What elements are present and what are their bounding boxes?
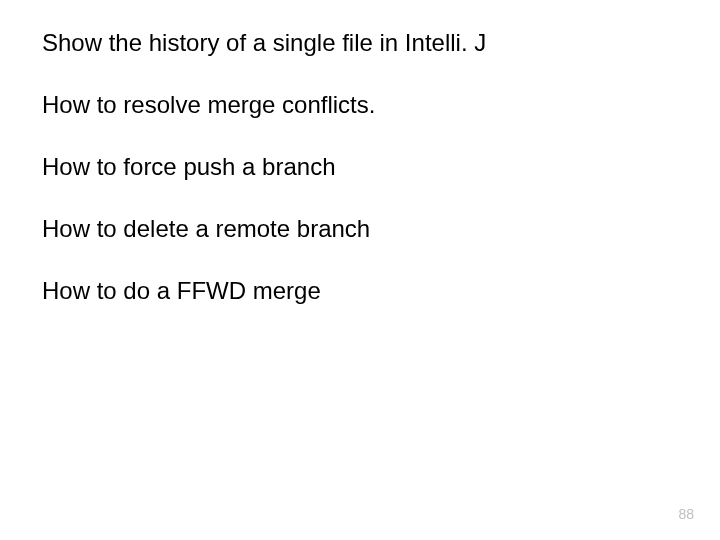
text-line-5: How to do a FFWD merge	[42, 276, 678, 306]
text-line-1: Show the history of a single file in Int…	[42, 28, 678, 58]
text-line-3: How to force push a branch	[42, 152, 678, 182]
text-line-2: How to resolve merge conflicts.	[42, 90, 678, 120]
text-line-4: How to delete a remote branch	[42, 214, 678, 244]
slide: Show the history of a single file in Int…	[0, 0, 720, 540]
page-number: 88	[678, 506, 694, 522]
